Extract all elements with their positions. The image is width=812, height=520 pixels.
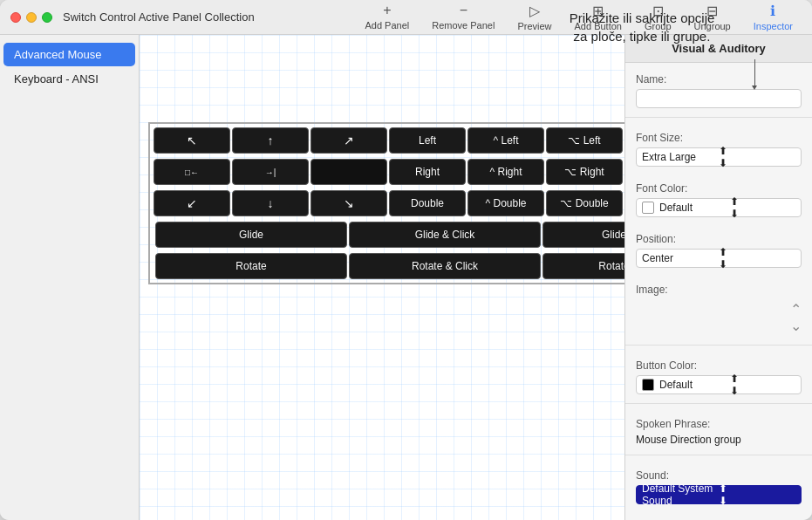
button-color-label: Button Color: <box>636 359 802 372</box>
inspector-section-font-size: Font Size: Extra Large ⬆⬇ <box>625 121 812 172</box>
tooltip-line1: Prikažite ili sakrijte opcije <box>489 9 795 27</box>
position-value: Center <box>642 252 719 264</box>
sidebar-item-keyboard-ansi[interactable]: Keyboard - ANSI <box>3 67 135 91</box>
button-color-select[interactable]: Default ⬆⬇ <box>636 375 802 394</box>
sidebar-item-advanced-mouse[interactable]: Advanced Mouse <box>3 43 135 66</box>
image-area: ⌃⌄ <box>636 299 802 336</box>
key-w[interactable]: □← <box>154 159 230 185</box>
button-color-value: Default <box>659 379 725 391</box>
remove-panel-icon: − <box>460 3 467 18</box>
font-size-label: Font Size: <box>636 132 802 144</box>
button-color-swatch <box>642 379 654 391</box>
key-nw[interactable]: ↖ <box>154 127 230 154</box>
key-sw[interactable]: ↙ <box>154 190 230 216</box>
inspector-section-spoken-phrase: Spoken Phrase: Mouse Direction group <box>625 407 812 451</box>
font-color-swatch <box>642 202 654 214</box>
font-color-value: Default <box>659 202 725 214</box>
canvas-area[interactable]: ↖ ↑ ↗ Left ^ Left ⌥ Left ⌘ Left ⇧ Left □… <box>140 35 624 520</box>
key-double[interactable]: Double <box>389 190 466 216</box>
add-panel-button[interactable]: + Add Panel <box>356 0 418 35</box>
key-ctrl-left[interactable]: ^ Left <box>467 127 544 154</box>
position-arrows-icon[interactable]: ⬆⬇ <box>719 246 795 270</box>
key-rotate[interactable]: Rotate <box>155 253 347 279</box>
divider-3 <box>625 403 812 404</box>
key-s[interactable]: ↓ <box>232 190 309 216</box>
position-label: Position: <box>636 233 802 245</box>
divider-4 <box>625 455 812 455</box>
image-arrows-icon[interactable]: ⌃⌄ <box>790 301 802 334</box>
key-empty <box>310 159 387 185</box>
font-size-value: Extra Large <box>642 151 719 163</box>
main-content: Advanced Mouse Keyboard - ANSI ↖ ↑ ↗ Lef… <box>0 35 812 520</box>
inspector-section-image: Image: ⌃⌄ <box>625 273 812 341</box>
inspector-section-font-color: Font Color: Default ⬆⬇ <box>625 172 812 222</box>
main-window: Prikažite ili sakrijte opcije za ploče, … <box>0 0 812 520</box>
spoken-phrase-label: Spoken Phrase: <box>636 418 802 430</box>
key-se[interactable]: ↘ <box>310 190 387 216</box>
keyboard-row-1: ↖ ↑ ↗ Left ^ Left ⌥ Left ⌘ Left ⇧ Left <box>150 124 624 157</box>
key-opt-double[interactable]: ⌥ Double <box>546 190 623 216</box>
key-ctrl-double[interactable]: ^ Double <box>467 190 544 216</box>
spoken-phrase-value: Mouse Direction group <box>636 434 802 446</box>
key-opt-left[interactable]: ⌥ Left <box>546 127 623 154</box>
key-glide-front[interactable]: Glide in Front Window <box>542 222 624 248</box>
sound-label: Sound: <box>636 469 802 482</box>
sidebar: Advanced Mouse Keyboard - ANSI <box>0 35 140 520</box>
add-panel-icon: + <box>383 3 391 18</box>
inspector-section-position: Position: Center ⬆⬇ <box>625 222 812 273</box>
key-glide[interactable]: Glide <box>155 222 347 248</box>
inspector-section-name: Name: <box>625 63 812 113</box>
tooltip: Prikažite ili sakrijte opcije za ploče, … <box>481 0 812 52</box>
close-button[interactable] <box>10 12 21 23</box>
keyboard-row-2: □← →| Right ^ Right ⌥ Right ⌘ Right ⇧ Ri… <box>150 155 624 188</box>
sound-value: Default System Sound <box>642 482 719 507</box>
key-rotate-front[interactable]: Rotate in Front Window <box>542 253 624 279</box>
keyboard-row-3: ↙ ↓ ↘ Double ^ Double ⌥ Double ⌘ Double … <box>150 187 624 220</box>
divider-2 <box>625 345 812 346</box>
key-glide-click[interactable]: Glide & Click <box>349 222 541 248</box>
maximize-button[interactable] <box>42 12 52 23</box>
traffic-lights <box>10 12 52 23</box>
key-e[interactable]: →| <box>232 159 309 185</box>
toolbar-title: Switch Control Active Panel Collection <box>63 10 255 24</box>
key-ctrl-right[interactable]: ^ Right <box>467 159 544 185</box>
name-input[interactable] <box>636 89 802 108</box>
font-size-select[interactable]: Extra Large ⬆⬇ <box>636 147 802 167</box>
inspector-panel: Visual & Auditory Name: Font Size: Extra… <box>624 35 812 520</box>
font-color-arrows-icon[interactable]: ⬆⬇ <box>730 195 795 220</box>
sound-select[interactable]: Default System Sound ⬆⬇ <box>636 485 802 504</box>
key-ne[interactable]: ↗ <box>310 127 387 154</box>
panel-container: ↖ ↑ ↗ Left ^ Left ⌥ Left ⌘ Left ⇧ Left □… <box>148 122 624 284</box>
keyboard-row-5: Rotate Rotate & Click Rotate in Front Wi… <box>150 251 624 283</box>
tooltip-line2: za ploče, tipke ili grupe. <box>489 27 795 45</box>
divider-1 <box>625 117 812 118</box>
sound-arrows-icon[interactable]: ⬆⬇ <box>719 482 795 507</box>
minimize-button[interactable] <box>26 12 37 23</box>
name-label: Name: <box>636 73 802 86</box>
inspector-section-button-color: Button Color: Default ⬆⬇ <box>625 349 812 400</box>
add-panel-label: Add Panel <box>365 20 409 31</box>
keyboard-row-4: Glide Glide & Click Glide in Front Windo… <box>150 220 624 251</box>
font-color-label: Font Color: <box>636 182 802 195</box>
key-right[interactable]: Right <box>389 159 466 185</box>
image-label: Image: <box>636 284 802 296</box>
key-rotate-click[interactable]: Rotate & Click <box>349 253 541 279</box>
button-color-arrows-icon[interactable]: ⬆⬇ <box>730 373 795 397</box>
key-opt-right[interactable]: ⌥ Right <box>546 159 623 185</box>
key-n[interactable]: ↑ <box>232 127 309 154</box>
inspector-section-sound: Sound: Default System Sound ⬆⬇ <box>625 459 812 510</box>
font-size-arrows-icon[interactable]: ⬆⬇ <box>719 145 795 169</box>
position-select[interactable]: Center ⬆⬇ <box>636 249 802 268</box>
font-color-select[interactable]: Default ⬆⬇ <box>636 198 802 217</box>
tooltip-pointer <box>754 59 755 86</box>
key-left[interactable]: Left <box>389 127 466 154</box>
